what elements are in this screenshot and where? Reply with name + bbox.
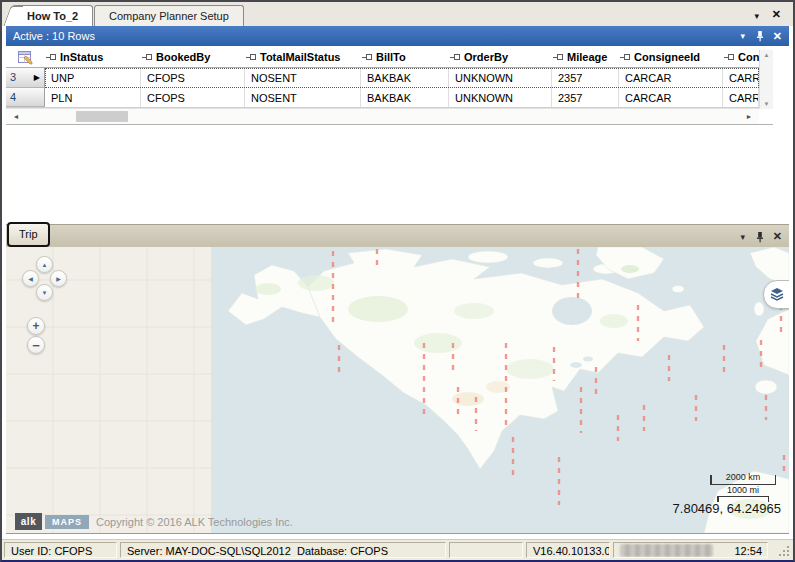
cell-consigneeid[interactable]: CARCAR <box>619 88 723 107</box>
scroll-left-icon[interactable]: ◄ <box>6 113 26 120</box>
maps-logo: MAPS <box>45 515 89 529</box>
trip-panel-title: Trip <box>19 228 38 240</box>
scale-mi: 1000 mi <box>717 485 769 497</box>
scroll-up-icon[interactable]: ▲ <box>764 52 770 58</box>
zoom-out-button[interactable]: − <box>27 336 45 354</box>
map-layers-button[interactable] <box>763 280 789 309</box>
tab-company-planner-setup[interactable]: Company Planner Setup <box>94 5 244 26</box>
grid-vertical-scrollbar[interactable]: ▲ ▼ <box>759 50 773 109</box>
active-panel-caption-bar[interactable]: Active : 10 Rows ▾ ✕ <box>6 26 789 46</box>
cell-mileage[interactable]: 2357 <box>552 88 619 107</box>
pan-down-button[interactable]: ▼ <box>36 284 53 301</box>
column-pin-icon[interactable] <box>620 53 630 61</box>
cell-bookedby[interactable]: CFOPS <box>141 68 245 88</box>
column-header-bookedby[interactable]: BookedBy <box>141 47 245 67</box>
orders-grid: InStatus BookedBy TotalMailStatus BillTo… <box>6 47 773 125</box>
column-pin-icon[interactable] <box>450 53 460 61</box>
column-pin-icon[interactable] <box>46 53 56 61</box>
tab-list-caret-icon[interactable]: ▾ <box>754 8 759 24</box>
pan-left-button[interactable]: ◀ <box>22 270 39 287</box>
panel-menu-caret-icon[interactable]: ▾ <box>740 26 745 46</box>
app-window: How To_2 Company Planner Setup ▾ ✕ Activ… <box>0 0 795 562</box>
scroll-down-icon[interactable]: ▼ <box>764 101 770 107</box>
cell-instatus[interactable]: UNP <box>45 68 141 88</box>
pan-up-button[interactable]: ▲ <box>36 256 53 273</box>
panel-pin-icon[interactable] <box>755 26 765 46</box>
scale-km: 2000 km <box>710 472 776 485</box>
map-attribution: alk MAPS Copyright © 2016 ALK Technologi… <box>15 513 293 530</box>
redacted-text <box>620 544 713 557</box>
cell-totalmailstatus[interactable]: NOSENT <box>245 68 361 88</box>
grid-header-row: InStatus BookedBy TotalMailStatus BillTo… <box>6 47 759 68</box>
tab-how-to-2[interactable]: How To_2 <box>12 5 93 26</box>
right-arrow-icon: ▶ <box>56 275 61 282</box>
left-arrow-icon: ◀ <box>28 275 33 282</box>
cell-totalmailstatus[interactable]: NOSENT <box>245 88 361 107</box>
map-zoom-control: + − <box>27 317 45 355</box>
map-pan-control: ▲ ◀ ▶ ▼ <box>22 256 68 304</box>
status-server-database: Server: MAY-DOC-SQL\SQL2012 Database: CF… <box>120 542 446 558</box>
map-scale: 2000 km 1000 mi <box>710 472 776 497</box>
trip-panel-tab[interactable]: Trip <box>7 222 50 247</box>
resize-grip[interactable] <box>778 545 790 557</box>
grid-horizontal-scrollbar[interactable]: ◄ ► <box>6 108 759 124</box>
scroll-right-icon[interactable]: ► <box>739 113 759 120</box>
column-header-consigneeid[interactable]: ConsigneeId <box>619 47 723 67</box>
column-header-totalmailstatus[interactable]: TotalMailStatus <box>245 47 361 67</box>
status-time-segment: 12:54 <box>613 542 768 558</box>
cell-consignee[interactable]: CARRI <box>723 88 759 107</box>
trip-panel-caption-bar[interactable]: Trip ▾ ✕ <box>6 224 789 247</box>
column-pin-icon[interactable] <box>553 53 563 61</box>
grid-corner-cell[interactable] <box>6 47 45 67</box>
row-header-4[interactable]: 4 <box>6 88 45 107</box>
alk-logo: alk <box>15 513 42 530</box>
status-version: V16.40.10133.0 <box>526 542 610 558</box>
status-empty-segment <box>449 542 523 558</box>
column-pin-icon[interactable] <box>246 53 256 61</box>
status-clock: 12:54 <box>734 544 762 558</box>
row-header-3[interactable]: 3 ▶ <box>6 68 45 88</box>
column-pin-icon[interactable] <box>142 53 152 61</box>
pushpin-glyph <box>755 231 765 243</box>
cell-billto[interactable]: BAKBAK <box>361 88 449 107</box>
panel-close-icon[interactable]: ✕ <box>773 26 782 46</box>
column-header-orderby[interactable]: OrderBy <box>449 47 552 67</box>
scrollbar-track[interactable] <box>26 109 739 124</box>
layers-icon <box>770 288 784 301</box>
cell-consignee[interactable]: CARRI <box>723 68 759 88</box>
pan-right-button[interactable]: ▶ <box>50 270 67 287</box>
pushpin-glyph <box>755 30 765 42</box>
down-arrow-icon: ▼ <box>42 290 48 296</box>
column-pin-icon[interactable] <box>362 53 372 61</box>
column-header-mileage[interactable]: Mileage <box>552 47 619 67</box>
tab-label: Company Planner Setup <box>109 10 229 22</box>
column-header-consignee[interactable]: Consig <box>723 47 759 67</box>
cell-instatus[interactable]: PLN <box>45 88 141 107</box>
cell-mileage[interactable]: 2357 <box>552 68 619 88</box>
tab-close-icon[interactable]: ✕ <box>772 6 781 22</box>
cell-billto[interactable]: BAKBAK <box>361 68 449 88</box>
status-bar: User ID: CFOPS Server: MAY-DOC-SQL\SQL20… <box>2 539 793 560</box>
column-header-instatus[interactable]: InStatus <box>45 47 141 67</box>
panel-menu-caret-icon[interactable]: ▾ <box>740 225 745 248</box>
trip-map[interactable]: ▲ ◀ ▶ ▼ + − alk MAPS Copyright © 2016 AL… <box>6 247 789 534</box>
tab-label: How To_2 <box>27 10 78 22</box>
active-panel-title: Active : 10 Rows <box>13 30 95 42</box>
panel-pin-icon[interactable] <box>755 225 765 248</box>
copyright-text: Copyright © 2016 ALK Technologies Inc. <box>96 516 293 528</box>
up-arrow-icon: ▲ <box>42 262 48 268</box>
column-header-billto[interactable]: BillTo <box>361 47 449 67</box>
panel-close-icon[interactable]: ✕ <box>773 225 782 248</box>
document-tab-bar: How To_2 Company Planner Setup ▾ ✕ <box>2 2 793 26</box>
cell-orderby[interactable]: UNKNOWN <box>449 88 552 107</box>
map-coordinates: 7.80469, 64.24965 <box>673 501 781 516</box>
current-row-icon: ▶ <box>34 73 40 82</box>
grid-card-icon <box>17 50 34 65</box>
cell-bookedby[interactable]: CFOPS <box>141 88 245 107</box>
zoom-in-button[interactable]: + <box>27 317 45 335</box>
scrollbar-thumb[interactable] <box>76 111 128 122</box>
map-canvas[interactable] <box>6 247 789 533</box>
cell-consigneeid[interactable]: CARCAR <box>619 68 723 88</box>
column-pin-icon[interactable] <box>724 53 734 61</box>
cell-orderby[interactable]: UNKNOWN <box>449 68 552 88</box>
